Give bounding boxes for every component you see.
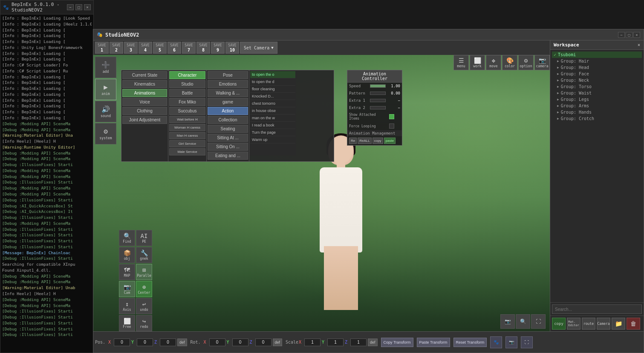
save-button-9[interactable]: SAVE9 xyxy=(211,42,225,54)
camera-action-button[interactable]: 📷 xyxy=(500,314,515,329)
anim-item[interactable]: Warm up xyxy=(250,136,295,143)
save-button-1[interactable]: SAVE1 xyxy=(95,42,109,54)
ws-tree-item[interactable]: ▶Group: Neck xyxy=(552,77,642,83)
scale-y-input[interactable] xyxy=(327,339,344,346)
ws-tree-item[interactable]: ▶Group: Arms xyxy=(552,103,642,109)
state-btn-current-state[interactable]: Current State xyxy=(122,71,167,79)
pattern-slider[interactable] xyxy=(370,92,386,95)
save-button-7[interactable]: SAVE7 xyxy=(182,42,196,54)
save-button-3[interactable]: SAVE3 xyxy=(124,42,138,54)
chartype-btn-succubus[interactable]: Succubus xyxy=(169,107,205,115)
anim-item[interactable]: Turn the page xyxy=(250,129,295,136)
pose-btn-eating-and-...[interactable]: Eating and ... xyxy=(208,152,248,160)
pos-x-input[interactable] xyxy=(114,339,130,346)
fullscreen-button[interactable]: ⛶ xyxy=(531,314,546,329)
save-button-10[interactable]: SAVE10 xyxy=(225,42,239,54)
pose-btn-action[interactable]: Action xyxy=(208,107,248,115)
state-btn-voice[interactable]: Voice xyxy=(122,98,167,106)
delete-ws-button[interactable]: 🗑 xyxy=(627,318,640,330)
speed-slider[interactable] xyxy=(370,84,386,88)
center-button[interactable]: ⊕ Center xyxy=(136,281,152,297)
camera-ws-button[interactable]: Camera xyxy=(597,318,610,330)
redo-button[interactable]: ↪ redo xyxy=(136,315,152,331)
ws-tree-item[interactable]: ▶Group: Face xyxy=(552,71,642,77)
reset-transform-button[interactable]: Reset Transform xyxy=(453,338,487,347)
studio-restore[interactable]: □ xyxy=(626,32,632,38)
pose-btn-pose[interactable]: Pose xyxy=(208,71,248,79)
paste-button[interactable]: paste xyxy=(384,138,396,144)
anim-item[interactable]: chest tomorro xyxy=(250,100,295,107)
ws-tree-item[interactable]: ✓Tsubomi xyxy=(552,52,642,58)
save-button-8[interactable]: SAVE8 xyxy=(196,42,210,54)
anim-item[interactable]: to open the o xyxy=(250,71,295,78)
studio-minimize[interactable]: − xyxy=(618,32,625,38)
save-button-6[interactable]: SAVE6 xyxy=(167,42,181,54)
folder-ws-button[interactable]: 📁 xyxy=(612,318,625,330)
anim-item[interactable]: man on the w xyxy=(250,115,295,122)
pose-btn-emotions[interactable]: Emotions xyxy=(208,80,248,88)
force-looping-checkbox[interactable] xyxy=(389,123,394,129)
anim-button[interactable]: ▶anim xyxy=(95,79,116,100)
anim-item[interactable]: Knocked D... xyxy=(250,93,295,100)
pos-y-input[interactable] xyxy=(137,339,153,346)
rot-def-button[interactable]: def xyxy=(273,339,283,346)
state-btn-joint-adjustment[interactable]: Joint Adjustment xyxy=(122,116,167,124)
copy-button[interactable]: copy xyxy=(373,138,383,144)
pos-def-button[interactable]: def xyxy=(177,339,187,346)
chartype-btn-character[interactable]: Character xyxy=(169,71,205,79)
route-button[interactable]: route xyxy=(582,318,595,330)
anim-item[interactable]: I read a book xyxy=(250,122,295,129)
chartype-btn-fox miko[interactable]: Fox Miko xyxy=(169,98,205,106)
copy-transform-button[interactable]: Copy Transform xyxy=(381,338,413,347)
workspace-close[interactable]: × xyxy=(638,43,640,47)
system-button[interactable]: ⚙system xyxy=(95,123,116,144)
studio-close[interactable]: × xyxy=(633,32,640,38)
workspace-search-input[interactable] xyxy=(552,304,642,314)
pose-btn-game[interactable]: game xyxy=(208,98,248,106)
caress-btn[interactable]: Girl Service xyxy=(169,140,205,147)
bepinex-minimize[interactable]: − xyxy=(67,4,74,10)
bepinex-close[interactable]: × xyxy=(84,4,91,10)
state-btn-clothing[interactable]: Clothing xyxy=(122,107,167,115)
add-button[interactable]: ➕add xyxy=(95,57,116,78)
caress-btn[interactable]: Male Service xyxy=(169,148,205,155)
scale-def-button[interactable]: def xyxy=(368,339,378,346)
work-icon[interactable]: ⬜work xyxy=(470,55,485,70)
rot-x-input[interactable] xyxy=(209,339,225,346)
rot-z-input[interactable] xyxy=(255,339,271,346)
ws-tree-item[interactable]: ▶Group: Waist xyxy=(552,90,642,96)
chartype-btn-studio[interactable]: Studio xyxy=(169,80,205,88)
parallel-button[interactable]: ⊞ Paralle xyxy=(136,264,152,280)
caress-btn[interactable]: Man H caress xyxy=(169,132,205,139)
menu-icon[interactable]: ☰menu xyxy=(453,55,469,70)
ws-tree-item[interactable]: ▶Group: Torso xyxy=(552,83,642,90)
ws-tree-item[interactable]: ▶Group: Hair xyxy=(552,58,642,64)
cam-button[interactable]: 📷 Cam xyxy=(119,281,135,297)
find-button[interactable]: 🔍 Find xyxy=(119,230,135,246)
ws-tree-item[interactable]: ▶Group: Crotch xyxy=(552,115,642,122)
move-icon[interactable]: ✥move xyxy=(486,55,501,70)
map-button[interactable]: 🗺 MAP xyxy=(119,264,135,280)
rot-y-input[interactable] xyxy=(232,339,248,346)
free-button[interactable]: ⬜ Free xyxy=(119,315,135,331)
pose-btn-sitting-on-...[interactable]: Sitting On ... xyxy=(208,143,248,151)
state-btn-kinematics[interactable]: Kinematics xyxy=(122,80,167,88)
re-button[interactable]: Re xyxy=(349,138,357,144)
color-icon[interactable]: 🎨color xyxy=(502,55,517,70)
scale-z-input[interactable] xyxy=(350,339,367,346)
camera-icon[interactable]: 📷camera xyxy=(534,55,550,70)
save-button-2[interactable]: SAVE2 xyxy=(110,42,123,54)
chartype-btn-battle[interactable]: Battle xyxy=(169,89,205,97)
extra1-slider[interactable] xyxy=(370,99,386,102)
copy-ws-icon[interactable]: copy xyxy=(552,318,566,330)
anim-item[interactable]: in house obse xyxy=(250,107,295,115)
zoom-button[interactable]: 🔍 xyxy=(516,314,530,329)
axis-button[interactable]: ↕ Axis xyxy=(119,298,135,314)
transform-icon-1[interactable]: 🐾 xyxy=(490,336,502,348)
caress-btn[interactable]: Wait before H xyxy=(169,116,205,123)
extra2-slider[interactable] xyxy=(370,106,386,109)
obj-button[interactable]: 📦 obj xyxy=(119,247,135,263)
undo-button[interactable]: ↩ undo xyxy=(136,298,152,314)
paste-transform-button[interactable]: Paste Transform xyxy=(417,338,450,347)
ai-pe-button[interactable]: AI PE xyxy=(136,230,152,246)
